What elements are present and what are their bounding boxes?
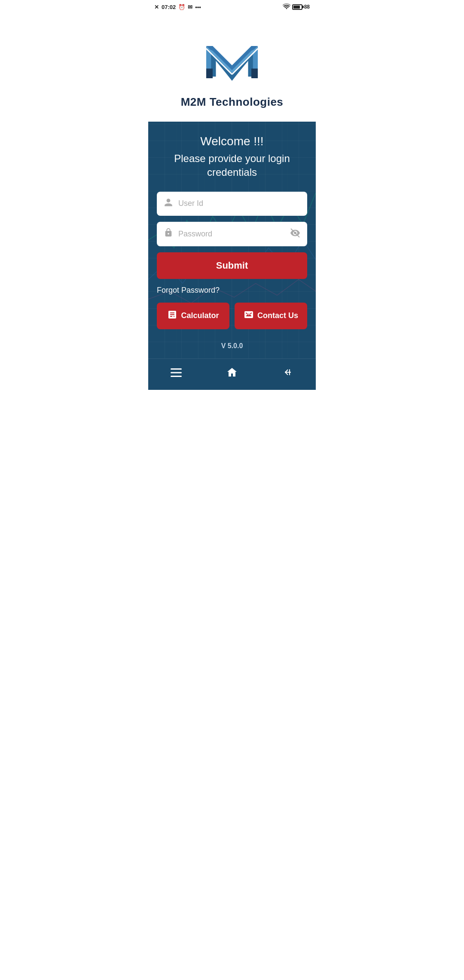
home-icon [226,367,238,380]
svg-marker-3 [206,69,213,79]
close-icon: ✕ [154,4,159,10]
welcome-heading: Welcome !!! [200,135,263,148]
contact-icon [244,309,254,322]
svg-marker-4 [251,69,258,79]
version-label: V 5.0.0 [221,342,243,350]
contact-us-label: Contact Us [257,311,298,320]
svg-rect-21 [171,376,182,377]
main-content: Welcome !!! Please provide your login cr… [148,122,316,358]
time-display: 07:02 [162,4,176,10]
password-field[interactable] [178,230,290,239]
forgot-password-link[interactable]: Forgot Password? [157,286,220,295]
submit-button[interactable]: Submit [157,252,307,279]
alarm-icon: ⏰ [178,4,185,10]
userid-input-wrapper[interactable] [157,192,307,216]
svg-rect-19 [171,368,182,370]
password-visibility-toggle[interactable] [290,228,300,240]
lock-icon [164,228,173,240]
company-name: M2M Technologies [181,95,284,109]
back-icon [282,367,293,380]
menu-button[interactable] [162,365,190,382]
bottom-buttons: Calculator Contact Us [157,303,307,329]
back-button[interactable] [274,364,302,383]
svg-rect-20 [171,372,182,373]
subtitle-text: Please provide your login credentials [157,152,307,180]
svg-rect-22 [289,369,290,375]
more-icon: ••• [195,4,201,10]
email-icon: ✉ [188,4,192,10]
logo-section: M2M Technologies [148,14,316,122]
person-icon [164,198,173,210]
hamburger-icon [171,368,182,380]
status-left: ✕ 07:02 ⏰ ✉ ••• [154,4,201,10]
calculator-button[interactable]: Calculator [157,303,229,329]
status-bar: ✕ 07:02 ⏰ ✉ ••• 88 [148,0,316,14]
calculator-icon [167,309,177,322]
userid-field[interactable] [178,199,300,208]
company-logo [200,27,264,91]
battery-percent: 88 [304,4,310,10]
wifi-icon [283,3,290,10]
password-input-wrapper[interactable] [157,222,307,246]
contact-us-button[interactable]: Contact Us [235,303,307,329]
battery-icon [292,4,302,10]
calculator-label: Calculator [181,311,219,320]
home-button[interactable] [218,364,246,383]
navigation-bar [148,358,316,390]
status-right: 88 [283,3,310,10]
